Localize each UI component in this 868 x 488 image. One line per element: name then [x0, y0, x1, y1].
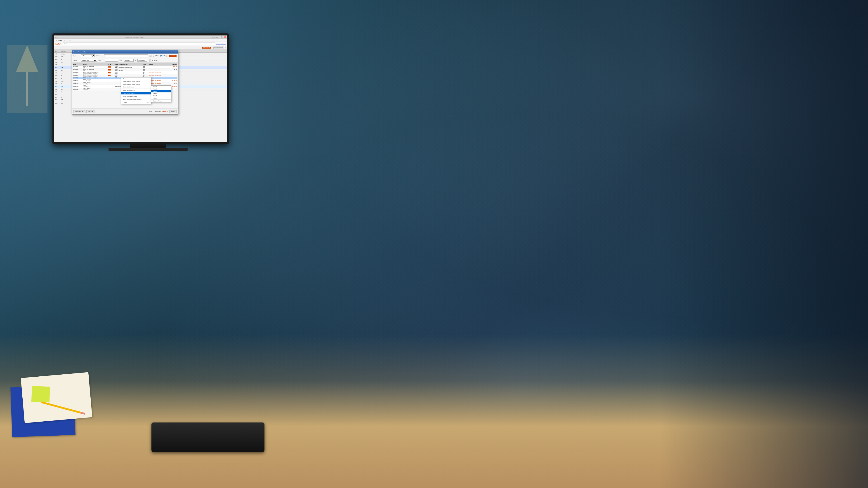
dialog-footer: New Time Entry New Fee TOTAL 9.4000 (Hrs… — [72, 108, 178, 114]
title-bar: ● ● ● Matter List - 113 of 117 Matters J… — [54, 35, 227, 39]
dialog-controls[interactable]: − × — [172, 51, 177, 53]
status-select[interactable]: Billable - All — [81, 59, 97, 62]
result-type — [107, 85, 114, 88]
cell-no: 0018 — [55, 99, 61, 100]
new-fee-btn[interactable]: New Fee — [86, 110, 94, 113]
ctx-set-not-billable[interactable]: Set to Not Billable — [121, 86, 151, 88]
filter-icon[interactable]: ▼ — [212, 47, 213, 48]
minimize-btn[interactable]: − — [219, 36, 221, 38]
dialog-close-btn[interactable]: × — [175, 51, 177, 53]
result-status: BILLABLE - NEXT INVOICE — [149, 79, 168, 82]
search-btn[interactable]: Search — [169, 55, 177, 57]
inc-tax-checkbox[interactable] — [152, 60, 154, 61]
col-staff: STAFF — [142, 63, 149, 66]
billing-rate-submenu: Rate A Rate B Rate C Rate D Rate E Rate … — [151, 86, 171, 102]
current-matters-btn[interactable]: Current Matters — [213, 46, 224, 49]
rate-a[interactable]: Rate A — [151, 86, 171, 88]
sub-toolbar: New Matter ▼ Current Matters × — [54, 46, 227, 50]
maximize-btn[interactable]: □ — [221, 36, 223, 38]
advanced-search-link[interactable]: Advanced Search — [216, 43, 225, 44]
close-dialog-btn[interactable]: Close — [169, 110, 177, 113]
menu-icon-home[interactable]: ⌂ — [63, 39, 65, 41]
ctx-separator-3 — [121, 101, 151, 101]
result-matter: 220021, Good Investments Limit...High Co… — [82, 74, 108, 77]
menu-hamburger[interactable]: ≡ — [55, 39, 57, 41]
ctx-set-billable-later[interactable]: Set to Billable - Later Invoice — [121, 83, 151, 86]
staff-input[interactable] — [105, 59, 118, 62]
result-row[interactable]: 20/04/2023 230093, Wynyard WoodSale TIME… — [73, 66, 178, 68]
cell-no: 0009 — [55, 75, 61, 76]
result-type: TIME — [107, 66, 114, 68]
all-dates-option[interactable]: All Dates — [153, 55, 159, 57]
cell-no: 0017 — [55, 97, 61, 98]
result-amount — [168, 74, 177, 77]
result-matter: 230093, Brownin...Sale to Angela R... — [82, 82, 108, 85]
custom-rate[interactable]: Custom Rate... — [151, 100, 171, 102]
date-to-input[interactable] — [137, 59, 147, 62]
result-date: 14/04/2023 — [73, 77, 82, 79]
result-status: BILLABLE - NEXT INVOICE — [149, 71, 168, 74]
rate-d[interactable]: Rate D — [151, 92, 171, 95]
ctx-move-staff[interactable]: Move to another staff member... — [121, 98, 151, 101]
user-name: Jane Hale — [211, 36, 218, 38]
ctx-open[interactable]: Open — [121, 77, 151, 80]
staff-label: Staff — [98, 60, 103, 61]
rate-b[interactable]: Rate B — [151, 88, 171, 90]
cell-no: 0003 — [55, 59, 61, 60]
from-label: From — [120, 60, 122, 61]
result-row[interactable]: 14/04/2023 220021, Good Investments Limi… — [73, 71, 178, 74]
monitor-base — [108, 148, 188, 151]
matter-input[interactable] — [104, 55, 148, 57]
inc-tax-option[interactable]: Inc tax — [152, 60, 158, 61]
menu-icon-refresh[interactable]: ↺ — [66, 39, 68, 41]
title-controls[interactable]: Jane Hale − □ × — [211, 36, 226, 38]
all-dates-radio[interactable] — [153, 55, 154, 57]
new-matter-btn[interactable]: New Matter — [202, 47, 211, 48]
col-date: DATE — [73, 63, 82, 66]
result-hrs-desc: 0.1 HrsMeeting with client — [114, 68, 142, 71]
result-date: 20/04/2023 — [73, 68, 82, 71]
result-date: 13/04/2023 — [73, 79, 82, 82]
type-select[interactable]: <All> — [81, 55, 95, 57]
result-row[interactable]: 14/04/2023 220021, Good Investments Limi… — [73, 74, 178, 77]
status-label: Status — [73, 60, 80, 61]
cell-no: 0011 — [55, 80, 61, 82]
result-row[interactable]: 20/04/2023 230093, Wynyard WoodSale TIME… — [73, 68, 178, 71]
result-status: BILLABLE - NEXT INVOICE — [149, 74, 168, 77]
ctx-apply-activity[interactable]: Apply Activity Code... — [121, 89, 151, 92]
result-date: 13/04/2023 — [73, 82, 82, 85]
date-from-input[interactable] — [124, 59, 133, 62]
date-range-radio[interactable] — [160, 55, 161, 57]
result-date: 14/04/2023 — [73, 71, 82, 74]
cell-no: 0012 — [55, 83, 61, 85]
new-time-entry-btn[interactable]: New Time Entry — [73, 110, 86, 113]
ctx-delete[interactable]: Delete... Ctrl-D — [121, 101, 151, 104]
rate-f[interactable]: Rate F — [151, 97, 171, 99]
menu-icon-search[interactable]: ⚙ — [69, 39, 71, 41]
rate-e[interactable]: Rate E — [151, 95, 171, 97]
close-btn[interactable]: × — [224, 36, 226, 38]
result-date: 20/04/2023 — [73, 66, 82, 68]
search-matter-container[interactable]: 🔍 — [63, 42, 215, 45]
cell-no: 0002 — [55, 56, 61, 57]
close-icon[interactable]: × — [225, 47, 225, 48]
right-person-bg — [521, 0, 868, 488]
ctx-set-billable-next[interactable]: Set to Billable - Next Invoice — [121, 80, 151, 83]
keyboard — [151, 422, 265, 452]
matter-browse-btn[interactable]: ... — [149, 55, 151, 57]
dialog-minimize-btn[interactable]: − — [172, 51, 174, 53]
cell-no: 0015 — [55, 91, 61, 93]
date-picker-btn[interactable]: 📅 — [149, 59, 151, 61]
search-input[interactable] — [66, 43, 214, 44]
ctx-apply-billing-rate[interactable]: Apply Billing Rate... — [121, 92, 151, 94]
rate-c[interactable]: Rate C — [151, 90, 171, 92]
result-amount: $35.00 — [168, 68, 177, 71]
date-range-option[interactable]: Date Range — [160, 55, 167, 57]
ctx-separator-2 — [121, 95, 151, 95]
menu-item-menu[interactable]: Menu — [58, 39, 63, 41]
ctx-separator-1 — [121, 89, 151, 89]
result-status: BILLABLE - NEXT INVOICE — [149, 77, 168, 79]
total-label: TOTAL — [149, 111, 153, 112]
ctx-move-matter[interactable]: Move to another matter... — [121, 95, 151, 98]
result-matter: 220025, Good Investments Limit... — [82, 77, 108, 79]
